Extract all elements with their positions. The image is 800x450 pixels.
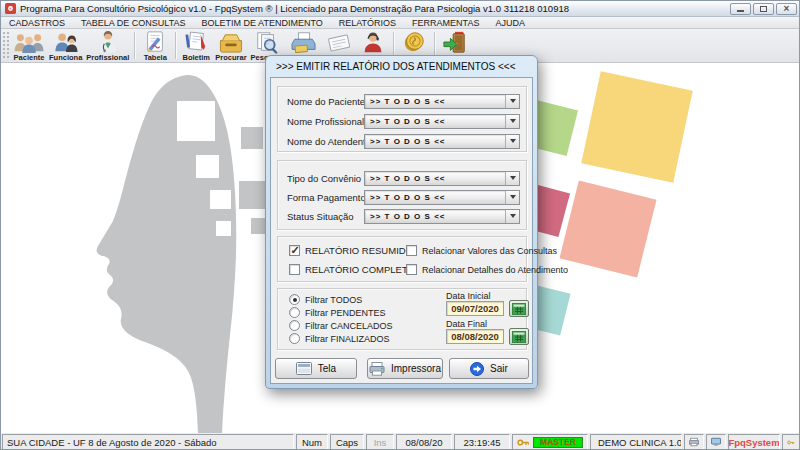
radio-filtrar-cancelados[interactable]: Filtrar CANCELADOS [289,320,393,331]
dialog-title[interactable]: >>> EMITIR RELATÓRIO DOS ATENDIMENTOS <<… [266,56,537,77]
data-inicial-calendar-button[interactable] [509,300,529,317]
menubar: CADASTROS TABELA DE CONSULTAS BOLETIM DE… [1,17,800,29]
statusbar-caps-indicator: Caps [330,434,364,450]
monitor-icon [711,437,721,447]
radio-filtrar-pendentes[interactable]: Filtrar PENDENTES [289,307,386,318]
checkbox-unchecked-icon [289,264,300,275]
toolbar-funcionario-button[interactable]: Funciona [47,29,84,62]
toolbar-paciente-button[interactable]: Paciente [11,29,47,62]
exit-door-icon [441,30,469,54]
report-printer-icon [290,30,318,54]
combo-tipo-do-convenio[interactable]: >> T O D O S << [364,171,520,186]
combo-status-situacao[interactable]: >> T O D O S << [364,209,520,224]
statusbar-clinic: DEMO CLINICA 1.0 [590,434,682,450]
table-document-icon [143,30,167,54]
data-inicial-input[interactable]: 09/07/2020 [446,301,504,316]
checkbox-unchecked-icon [406,264,417,275]
combo-nome-profissional[interactable]: >> T O D O S << [364,114,520,129]
printer-icon [369,362,385,376]
statusbar-monitor-button[interactable] [706,434,726,450]
radio-unselected-icon [289,320,300,331]
screen-icon [296,362,312,375]
key-icon [517,438,530,447]
tela-button[interactable]: Tela [275,358,357,379]
tela-button-label: Tela [318,363,336,374]
menu-boletim-de-atendimento[interactable]: BOLETIM DE ATENDIMENTO [202,18,323,28]
toolbar-grip [2,31,10,60]
checkbox-checked-icon [289,245,300,256]
sair-button-label: Sair [490,363,508,374]
minimize-button[interactable] [730,3,751,15]
location-text: SUA CIDADE - UF 8 de Agosto de 2020 - Sá… [7,437,217,448]
combo-forma-pagamento[interactable]: >> T O D O S << [364,190,520,205]
impressora-button[interactable]: Impressora [367,358,443,379]
toolbar-profissional-button[interactable]: Profissional [84,29,131,62]
checkbox-relatorio-completo[interactable]: RELATÓRIO COMPLETO [289,264,415,275]
report-type-group: RELATÓRIO RESUMIDO RELATÓRIO COMPLETO Re… [277,236,527,282]
bulletin-icon [183,30,209,54]
radio-unselected-icon [289,307,300,318]
toolbar-tabela-button[interactable]: Tabela [138,29,172,62]
statusbar: SUA CIDADE - UF 8 de Agosto de 2020 - Sá… [1,433,800,450]
toolbar-separator [134,32,135,59]
patients-icon [13,30,45,54]
sair-button[interactable]: Sair [449,358,529,379]
window-title: Programa Para Consultório Psicológico v1… [20,3,569,14]
statusbar-location: SUA CIDADE - UF 8 de Agosto de 2020 - Sá… [2,434,294,450]
data-final-input[interactable]: 08/08/2020 [446,329,504,344]
exit-arrow-icon [470,362,484,376]
field-label-nome-profissional: Nome Profissional [287,116,364,127]
support-headset-icon [360,30,386,54]
checkbox-relatorio-resumido[interactable]: RELATÓRIO RESUMIDO [289,245,413,256]
statusbar-key-button[interactable] [782,434,800,450]
master-badge: MASTER [533,437,583,448]
calendar-icon [512,303,526,315]
receipt-icon [325,30,353,54]
menu-tabela-de-consultas[interactable]: TABELA DE CONSULTAS [81,18,186,28]
chevron-down-icon [505,172,519,185]
coin-icon [401,30,427,54]
menu-ajuda[interactable]: AJUDA [495,18,525,28]
name-filters-group: Nome do Paciente >> T O D O S << Nome Pr… [277,86,527,152]
checkbox-relacionar-valores[interactable]: Relacionar Valores das Consultas [406,245,557,256]
toolbar-boletim-button[interactable]: Boletim [179,29,213,62]
type-filters-group: Tipo do Convênio >> T O D O S << Forma P… [277,160,527,230]
combo-nome-do-atendente[interactable]: >> T O D O S << [364,134,520,149]
deco-square-yellow [581,71,692,182]
close-button[interactable]: × [776,3,797,15]
statusbar-time: 23:19:45 [454,434,510,450]
app-icon [5,3,16,14]
maximize-icon [760,6,767,12]
chevron-down-icon [505,135,519,148]
menu-relatorios[interactable]: RELATÓRIOS [339,18,396,28]
statusbar-printer-button[interactable] [684,434,704,450]
statusbar-date: 08/08/20 [396,434,452,450]
maximize-button[interactable] [753,3,774,15]
search-documents-icon [254,30,280,54]
data-final-calendar-button[interactable] [509,328,529,345]
close-icon: × [784,4,790,14]
toolbar-separator [175,32,176,59]
statusbar-master-level: MASTER [512,434,588,450]
window-controls: × [730,3,797,15]
radio-filtrar-finalizados[interactable]: Filtrar FINALIZADOS [289,333,390,344]
status-filter-group: Filtrar TODOS Filtrar PENDENTES Filtrar … [277,288,527,350]
menu-ferramentas[interactable]: FERRAMENTAS [412,18,479,28]
key-icon [787,438,795,447]
field-label-nome-do-paciente: Nome do Paciente [287,96,365,107]
menu-cadastros[interactable]: CADASTROS [9,18,65,28]
radio-filtrar-todos[interactable]: Filtrar TODOS [289,294,362,305]
printer-icon [689,437,699,447]
impressora-button-label: Impressora [391,363,441,374]
combo-nome-do-paciente[interactable]: >> T O D O S << [364,94,520,109]
drawer-icon [217,30,245,54]
checkbox-relacionar-detalhes[interactable]: Relacionar Detalhes do Atendimento [406,264,568,275]
toolbar-procurar-button[interactable]: Procurar [213,29,248,62]
data-final-label: Data Final [446,319,487,329]
radio-selected-icon [289,294,300,305]
field-label-forma-pagamento: Forma Pagamento [287,192,366,203]
data-inicial-label: Data Inicial [446,291,491,301]
statusbar-ins-indicator: Ins [366,434,394,450]
field-label-status-situacao: Status Situação [287,211,354,222]
deco-square-salmon [560,181,657,278]
